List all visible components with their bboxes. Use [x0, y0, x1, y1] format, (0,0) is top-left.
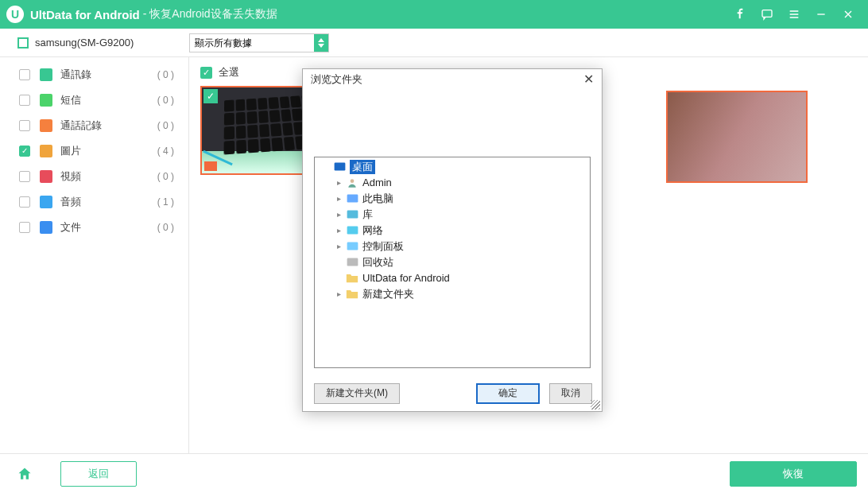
- sidebar-count: ( 1 ): [157, 196, 174, 208]
- tree-item[interactable]: ▸Admin: [316, 175, 588, 191]
- browse-folder-dialog: 浏览文件夹 ✕ 桌面▸Admin▸此电脑▸库▸网络▸控制面板回收站UltData…: [302, 68, 603, 412]
- expand-icon[interactable]: ▸: [334, 210, 343, 219]
- sidebar-item-calllog[interactable]: 通話記錄( 0 ): [0, 113, 188, 138]
- device-icon: [17, 37, 29, 49]
- category-sidebar: 通訊錄( 0 )短信( 0 )通話記錄( 0 )圖片( 4 )視頻( 0 )音頻…: [0, 57, 189, 453]
- sidebar-item-image[interactable]: 圖片( 4 ): [0, 138, 188, 164]
- sidebar-count: ( 0 ): [157, 95, 174, 106]
- footer: 返回 恢復: [0, 453, 868, 493]
- tree-label: Admin: [362, 177, 392, 188]
- svg-rect-0: [762, 10, 772, 17]
- sidebar-checkbox[interactable]: [19, 146, 30, 157]
- sidebar-label: 通訊錄: [60, 68, 157, 82]
- back-button[interactable]: 返回: [60, 461, 137, 487]
- svg-rect-4: [347, 211, 358, 219]
- sidebar-count: ( 0 ): [157, 120, 174, 131]
- new-folder-button[interactable]: 新建文件夹(M): [314, 383, 400, 404]
- tree-label: 回收站: [362, 255, 393, 270]
- tree-label: 控制面板: [362, 239, 404, 254]
- file-icon: [40, 221, 52, 234]
- sms-icon: [40, 94, 52, 107]
- menu-icon[interactable]: [781, 0, 808, 29]
- svg-rect-5: [347, 227, 358, 235]
- app-logo: U: [6, 6, 24, 23]
- svg-rect-1: [334, 163, 345, 171]
- lib-icon: [346, 209, 358, 220]
- tree-item[interactable]: ▸网络: [316, 223, 588, 239]
- net-icon: [346, 225, 358, 236]
- sidebar-item-video[interactable]: 視頻( 0 ): [0, 164, 188, 189]
- sidebar-count: ( 0 ): [157, 222, 174, 233]
- tree-label: 此电脑: [362, 192, 393, 206]
- ctrl-icon: [346, 241, 358, 252]
- sidebar-checkbox[interactable]: [19, 95, 30, 106]
- audio-icon: [40, 196, 52, 208]
- tree-label: 桌面: [350, 160, 375, 174]
- facebook-icon[interactable]: [727, 0, 754, 29]
- sidebar-checkbox[interactable]: [19, 69, 30, 80]
- expand-icon[interactable]: ▸: [334, 242, 343, 250]
- tree-label: 新建文件夹: [362, 287, 414, 301]
- sidebar-label: 圖片: [60, 144, 157, 158]
- sidebar-label: 文件: [60, 220, 157, 235]
- expand-icon[interactable]: ▸: [334, 226, 343, 235]
- user-icon: [346, 177, 358, 188]
- bin-icon: [346, 257, 358, 268]
- expand-icon[interactable]: ▸: [334, 194, 343, 203]
- dialog-close-button[interactable]: ✕: [583, 72, 594, 87]
- tree-item[interactable]: 桌面: [316, 159, 588, 175]
- select-all-label: 全選: [219, 65, 239, 80]
- sidebar-label: 音頻: [60, 195, 157, 209]
- sidebar-item-audio[interactable]: 音頻( 1 ): [0, 189, 188, 215]
- dialog-title: 浏览文件夹: [311, 72, 362, 87]
- expand-icon[interactable]: ▸: [334, 289, 343, 298]
- tree-label: UltData for Android: [362, 272, 450, 284]
- sidebar-checkbox[interactable]: [19, 222, 30, 233]
- tree-label: 网络: [362, 223, 383, 238]
- title-bar: U UltData for Android - 恢复Android设备丢失数据: [0, 0, 868, 29]
- calllog-icon: [40, 119, 52, 132]
- thumbnail-check-icon: [203, 89, 218, 103]
- cancel-button[interactable]: 取消: [549, 383, 592, 404]
- sidebar-item-file[interactable]: 文件( 0 ): [0, 215, 188, 240]
- resize-grip[interactable]: [591, 400, 600, 410]
- sidebar-item-contacts[interactable]: 通訊錄( 0 ): [0, 62, 188, 87]
- folder-tree[interactable]: 桌面▸Admin▸此电脑▸库▸网络▸控制面板回收站UltData for And…: [314, 157, 591, 368]
- device-name: samsung(SM-G9200): [35, 37, 134, 49]
- close-button[interactable]: [835, 0, 862, 29]
- desktop-icon: [333, 161, 346, 173]
- expand-icon[interactable]: ▸: [334, 178, 343, 187]
- svg-rect-6: [347, 243, 358, 250]
- svg-point-2: [351, 179, 355, 183]
- minimize-button[interactable]: [808, 0, 835, 29]
- tree-item[interactable]: 回收站: [316, 254, 588, 270]
- sidebar-item-sms[interactable]: 短信( 0 ): [0, 87, 188, 113]
- sidebar-checkbox[interactable]: [19, 171, 30, 182]
- pc-icon: [346, 193, 358, 204]
- sidebar-label: 短信: [60, 93, 157, 107]
- thumbnail-type-icon: [204, 161, 217, 171]
- tree-item[interactable]: ▸控制面板: [316, 239, 588, 254]
- image-thumbnail[interactable]: [666, 91, 808, 183]
- tree-item[interactable]: ▸此电脑: [316, 191, 588, 207]
- tree-item[interactable]: ▸库: [316, 207, 588, 223]
- recover-button[interactable]: 恢復: [730, 461, 857, 487]
- app-title: UltData for Android: [30, 8, 140, 21]
- video-icon: [40, 170, 52, 183]
- app-subtitle: - 恢复Android设备丢失数据: [143, 7, 277, 21]
- sidebar-count: ( 0 ): [157, 69, 174, 80]
- home-button[interactable]: [11, 460, 38, 487]
- tree-label: 库: [362, 208, 373, 222]
- dialog-header: 浏览文件夹 ✕: [303, 69, 602, 90]
- select-all-checkbox[interactable]: [200, 67, 212, 79]
- ok-button[interactable]: 确定: [476, 383, 540, 404]
- tree-item[interactable]: ▸新建文件夹: [316, 286, 588, 302]
- sidebar-count: ( 0 ): [157, 171, 174, 182]
- sidebar-checkbox[interactable]: [19, 120, 30, 131]
- tree-item[interactable]: UltData for Android: [316, 270, 588, 286]
- svg-rect-3: [347, 195, 358, 203]
- data-filter-select[interactable]: 顯示所有數據: [189, 33, 329, 52]
- sidebar-checkbox[interactable]: [19, 196, 30, 208]
- toolbar: samsung(SM-G9200) 顯示所有數據: [0, 29, 868, 57]
- feedback-icon[interactable]: [754, 0, 781, 29]
